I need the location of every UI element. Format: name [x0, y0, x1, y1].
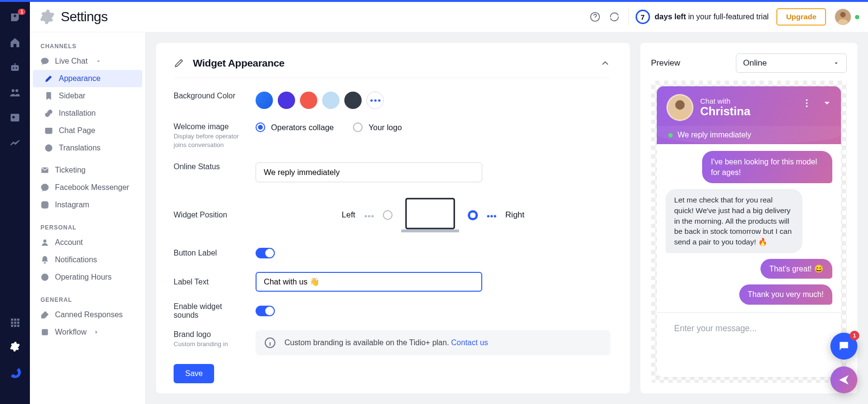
app-rail: 1 — [0, 2, 30, 404]
fab-send[interactable] — [830, 366, 857, 393]
header-gear-icon — [40, 9, 55, 25]
svg-rect-12 — [17, 322, 20, 324]
swatch-4[interactable] — [322, 92, 339, 109]
minimize-icon[interactable] — [822, 98, 832, 108]
swatch-more[interactable] — [366, 92, 384, 109]
welcome-sub: Display before operator joins conversati… — [174, 132, 247, 149]
section-personal: PERSONAL — [30, 214, 145, 234]
fab-chat[interactable]: 1 — [830, 333, 857, 360]
msg-visitor-1: I've been looking for this model for age… — [702, 151, 832, 183]
nav-notifications[interactable]: Notifications — [30, 251, 145, 269]
sounds-label: Enable widget sounds — [174, 302, 256, 320]
swatch-2[interactable] — [278, 92, 295, 109]
svg-point-30 — [806, 99, 808, 101]
panel-title: Widget Appearance — [193, 57, 285, 69]
svg-point-2 — [16, 67, 17, 69]
brand-label: Brand logo — [174, 330, 247, 339]
svg-rect-14 — [14, 325, 16, 327]
msg-visitor-2: That's great! 😄 — [760, 259, 832, 279]
nav-translations[interactable]: Translations — [30, 139, 145, 157]
preview-avatar — [666, 94, 693, 121]
upgrade-button[interactable]: Upgrade — [776, 8, 826, 26]
nav-workflow[interactable]: Workflow — [30, 323, 145, 341]
refresh-icon[interactable] — [609, 12, 620, 22]
svg-point-1 — [13, 67, 14, 69]
nav-canned[interactable]: Canned Responses — [30, 306, 145, 323]
radio-operators[interactable]: Operators collage — [256, 122, 334, 132]
brand-sub: Custom branding in — [174, 340, 247, 349]
brush-icon — [174, 58, 184, 68]
svg-point-21 — [43, 203, 46, 206]
preview-title: Preview — [651, 58, 680, 68]
label-text-input[interactable] — [256, 272, 482, 292]
inbox-badge: 1 — [18, 9, 26, 15]
bg-color-label: Background Color — [174, 92, 256, 100]
section-general: GENERAL — [30, 286, 145, 306]
help-icon[interactable] — [590, 12, 600, 22]
nav-sidebar[interactable]: Sidebar — [30, 87, 145, 105]
laptop-icon — [401, 196, 459, 234]
svg-point-17 — [840, 12, 845, 17]
nav-hours[interactable]: Operating Hours — [30, 269, 145, 286]
trial-bold: days left — [655, 13, 686, 21]
pos-left-radio[interactable] — [383, 210, 393, 220]
preview-chat-input[interactable]: Enter your message... — [665, 319, 832, 334]
svg-point-6 — [13, 116, 15, 119]
svg-rect-7 — [11, 319, 14, 321]
inbox-icon[interactable]: 1 — [9, 12, 21, 23]
apps-icon[interactable] — [10, 317, 20, 328]
preview-panel: Preview Online Chat with Christina — [640, 43, 857, 393]
more-vertical-icon[interactable] — [801, 98, 812, 108]
id-icon[interactable] — [9, 112, 21, 123]
color-swatches — [256, 92, 384, 109]
svg-point-32 — [806, 106, 808, 108]
trial-banner: 7 days left in your full-featured trial — [636, 10, 769, 24]
sounds-toggle[interactable] — [256, 306, 275, 316]
chevron-down-icon — [833, 60, 840, 67]
svg-rect-13 — [11, 325, 14, 327]
nav-installation[interactable]: Installation — [30, 105, 145, 122]
swatch-1[interactable] — [256, 92, 273, 109]
button-label-label: Button Label — [174, 249, 256, 257]
contact-us-link[interactable]: Contact us — [451, 338, 488, 347]
save-button[interactable]: Save — [174, 364, 214, 383]
contacts-icon[interactable] — [9, 87, 21, 98]
settings-sidebar: CHANNELS Live Chat Appearance Sidebar In… — [30, 32, 146, 404]
info-icon — [264, 337, 276, 349]
pos-right-label: Right — [505, 210, 525, 220]
svg-rect-5 — [11, 114, 19, 121]
nav-chat-page[interactable]: Chat Page — [30, 122, 145, 139]
user-avatar[interactable] — [835, 9, 851, 25]
radio-your-logo[interactable]: Your logo — [353, 122, 402, 132]
nav-instagram[interactable]: Instagram — [30, 196, 145, 214]
svg-point-23 — [43, 240, 46, 242]
settings-icon[interactable] — [10, 341, 20, 352]
nav-appearance[interactable]: Appearance — [33, 70, 142, 87]
nav-ticketing[interactable]: Ticketing — [30, 162, 145, 179]
chat-widget-preview: Chat with Christina We reply immediately — [657, 86, 841, 377]
nav-account[interactable]: Account — [30, 234, 145, 251]
swatch-3[interactable] — [300, 92, 317, 109]
section-channels: CHANNELS — [30, 32, 145, 53]
svg-point-29 — [675, 100, 685, 110]
status-label: Online Status — [174, 162, 256, 171]
home-icon[interactable] — [9, 37, 21, 48]
nav-messenger[interactable]: Facebook Messenger — [30, 179, 145, 196]
top-header: Settings 7 days left in your full-featur… — [30, 2, 868, 32]
page-title: Settings — [61, 9, 108, 25]
analytics-icon[interactable] — [9, 137, 21, 148]
pos-right-radio[interactable] — [468, 210, 478, 220]
button-label-toggle[interactable] — [256, 248, 275, 258]
svg-rect-26 — [406, 199, 454, 229]
msg-operator-1: Let me check that for you real quick! We… — [665, 189, 802, 253]
nav-live-chat[interactable]: Live Chat — [30, 53, 145, 70]
bot-icon[interactable] — [9, 62, 21, 73]
brand-callout: Custom branding is available on the Tidi… — [256, 330, 610, 355]
msg-visitor-3: Thank you very much! — [739, 284, 832, 305]
collapse-icon[interactable] — [600, 58, 610, 68]
svg-point-31 — [806, 102, 808, 104]
preview-status-select[interactable]: Online — [736, 54, 847, 73]
svg-rect-8 — [14, 319, 16, 321]
online-status-input[interactable] — [256, 162, 482, 182]
swatch-5[interactable] — [344, 92, 362, 109]
